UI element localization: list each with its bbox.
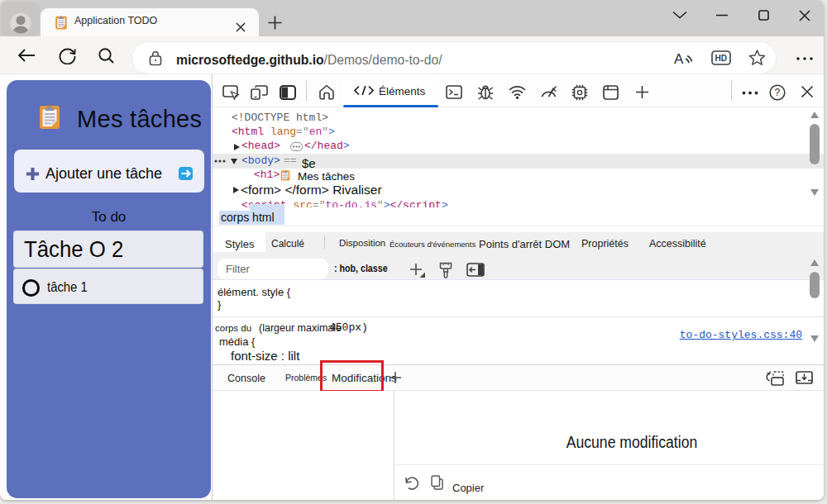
svg-text:A: A: [674, 51, 684, 67]
svg-text:HD: HD: [715, 54, 727, 63]
svg-text:?: ?: [775, 87, 781, 98]
